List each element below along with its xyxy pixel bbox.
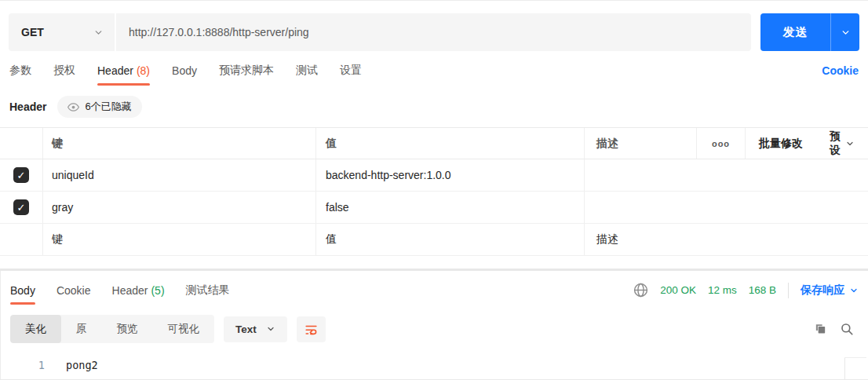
headers-table: 键 值 描述 ooo 批量修改 预设 ✓ uniqueId backend-ht…	[0, 127, 868, 256]
desc-field[interactable]	[585, 192, 697, 223]
more-options-icon[interactable]: ooo	[697, 128, 746, 159]
word-wrap-button[interactable]	[297, 316, 326, 342]
search-icon[interactable]	[840, 322, 854, 336]
status-time: 12 ms	[708, 284, 737, 296]
word-wrap-icon	[304, 322, 319, 337]
tab-header[interactable]: Header (8)	[97, 53, 150, 89]
select-all-cell	[0, 128, 43, 159]
tab-test[interactable]: 测试	[296, 53, 318, 89]
chevron-down-icon	[266, 324, 275, 334]
response-body-text: pong2	[66, 357, 98, 373]
bulk-edit-button[interactable]: 批量修改	[746, 128, 816, 159]
response-header-count-badge: (5)	[151, 284, 164, 297]
hidden-headers-label: 6个已隐藏	[85, 100, 131, 114]
column-value: 值	[316, 128, 585, 159]
column-desc: 描述	[585, 128, 697, 159]
tab-test-result[interactable]: 测试结果	[186, 271, 230, 309]
divider	[788, 283, 789, 298]
table-row-empty: 键 值 描述	[0, 224, 868, 256]
eye-icon	[67, 101, 79, 113]
value-field-placeholder[interactable]: 值	[316, 224, 585, 255]
header-section-row: Header 6个已隐藏	[0, 89, 868, 127]
chevron-down-icon	[841, 27, 851, 38]
chevron-down-icon	[849, 286, 859, 295]
format-label: Text	[235, 323, 257, 335]
editor-scrollbar-edge-top	[844, 357, 866, 358]
response-status-group: 200 OK 12 ms 168 B 保存响应	[633, 283, 859, 298]
key-field-placeholder[interactable]: 键	[43, 224, 316, 255]
tab-response-header[interactable]: Header (5)	[112, 271, 165, 309]
hidden-headers-toggle[interactable]: 6个已隐藏	[57, 96, 141, 118]
view-mode-segmented-control: 美化 原 预览 可视化	[10, 315, 214, 343]
response-panel: Body Cookie Header (5) 测试结果 200 OK 12 ms…	[0, 271, 868, 380]
tab-params[interactable]: 参数	[9, 53, 31, 89]
tab-response-body[interactable]: Body	[10, 271, 35, 309]
headers-table-head: 键 值 描述 ooo 批量修改 预设	[0, 128, 868, 159]
view-preview-button[interactable]: 预览	[102, 315, 153, 343]
chevron-down-icon	[845, 139, 855, 148]
view-visualize-button[interactable]: 可视化	[153, 315, 215, 343]
editor-scrollbar-edge	[844, 357, 845, 380]
header-count-badge: (8)	[137, 64, 150, 77]
tab-body[interactable]: Body	[172, 53, 197, 89]
key-field[interactable]: gray	[43, 192, 316, 223]
value-field[interactable]: false	[316, 192, 585, 223]
send-button-label[interactable]: 发送	[760, 13, 831, 51]
preset-label: 预设	[830, 130, 842, 157]
response-body-viewer[interactable]: 1 pong2	[1, 350, 868, 373]
status-size: 168 B	[749, 284, 776, 296]
copy-icon[interactable]	[814, 323, 827, 336]
view-raw-button[interactable]: 原	[61, 315, 102, 343]
response-toolbar: 美化 原 预览 可视化 Text	[1, 309, 868, 350]
toolbar-right	[814, 322, 859, 336]
row-checkbox-checked[interactable]: ✓	[13, 199, 29, 215]
url-input[interactable]	[116, 13, 751, 51]
chevron-down-icon	[93, 27, 104, 38]
status-code: 200 OK	[660, 284, 696, 296]
code-line: 1 pong2	[1, 357, 868, 373]
send-dropdown-button[interactable]	[831, 13, 859, 51]
response-tabs: Body Cookie Header (5) 测试结果 200 OK 12 ms…	[1, 271, 868, 309]
tab-pre-request-script[interactable]: 预请求脚本	[219, 53, 274, 89]
column-key: 键	[43, 128, 316, 159]
preset-dropdown[interactable]: 预设	[816, 128, 868, 159]
format-select[interactable]: Text	[224, 316, 287, 342]
tab-settings[interactable]: 设置	[340, 53, 362, 89]
request-bar: GET 发送	[9, 13, 859, 51]
desc-field[interactable]	[585, 159, 697, 191]
view-beautify-button[interactable]: 美化	[10, 315, 61, 343]
globe-icon[interactable]	[633, 283, 648, 298]
send-button[interactable]: 发送	[760, 13, 859, 51]
cookie-link[interactable]: Cookie	[822, 64, 859, 77]
save-response-button[interactable]: 保存响应	[801, 283, 859, 298]
tab-auth[interactable]: 授权	[53, 53, 75, 89]
line-number: 1	[1, 357, 45, 373]
value-field[interactable]: backend-http-server:1.0.0	[316, 159, 585, 191]
key-field[interactable]: uniqueId	[43, 159, 316, 191]
tab-response-cookie[interactable]: Cookie	[57, 271, 91, 309]
method-select[interactable]: GET	[9, 13, 116, 51]
table-row: ✓ gray false	[0, 192, 868, 224]
method-label: GET	[21, 26, 44, 38]
row-checkbox-checked[interactable]: ✓	[13, 167, 29, 183]
request-tabs: 参数 授权 Header (8) Body 预请求脚本 测试 设置 Cookie	[0, 53, 868, 89]
desc-field-placeholder[interactable]: 描述	[585, 224, 697, 255]
table-row: ✓ uniqueId backend-http-server:1.0.0	[0, 159, 868, 192]
header-section-title: Header	[9, 100, 46, 113]
